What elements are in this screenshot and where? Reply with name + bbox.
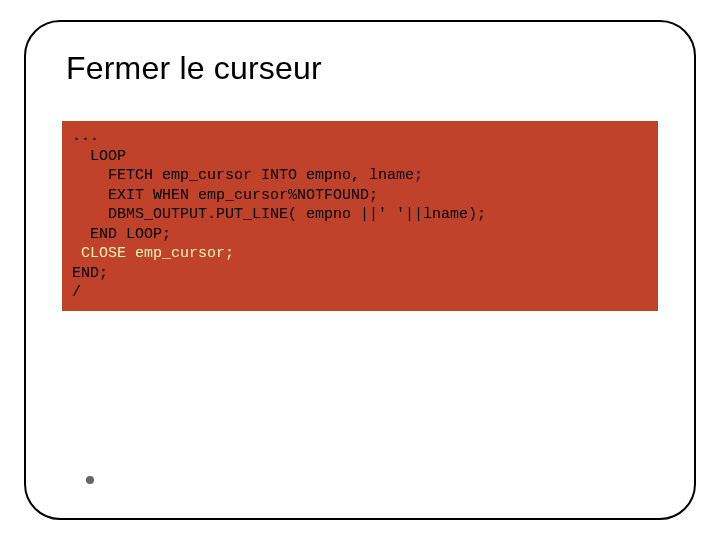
slide-title: Fermer le curseur: [66, 50, 658, 87]
code-line: END LOOP;: [72, 226, 171, 243]
code-line: DBMS_OUTPUT.PUT_LINE( empno ||' '||lname…: [72, 206, 486, 223]
slide-frame: Fermer le curseur ... LOOP FETCH emp_cur…: [24, 20, 696, 520]
code-line: END;: [72, 265, 108, 282]
code-line: EXIT WHEN emp_cursor%NOTFOUND;: [72, 187, 378, 204]
code-line: /: [72, 284, 81, 301]
code-line-highlight: CLOSE emp_cursor;: [72, 245, 234, 262]
bullet-dot-icon: [86, 476, 94, 484]
code-block: ... LOOP FETCH emp_cursor INTO empno, ln…: [62, 121, 658, 311]
slide: Fermer le curseur ... LOOP FETCH emp_cur…: [0, 0, 720, 540]
code-line: ...: [72, 128, 99, 145]
code-line: LOOP: [72, 148, 126, 165]
code-line: FETCH emp_cursor INTO empno, lname;: [72, 167, 423, 184]
